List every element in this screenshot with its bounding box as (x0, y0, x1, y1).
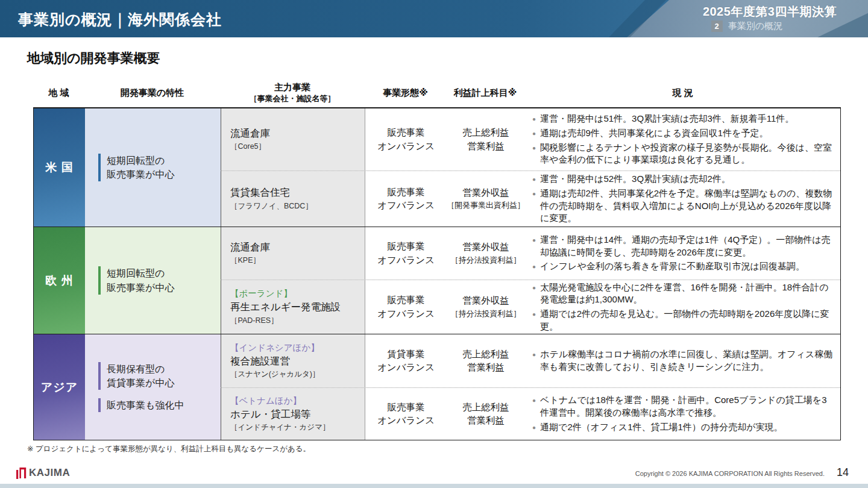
header-business: 主力事業 ［事業会社・施設名等］ (220, 82, 365, 104)
profit-cell: 営業外収益 ［持分法投資利益］ (447, 280, 525, 334)
trait-item: 短期回転型の 販売事業が中心 (98, 154, 221, 181)
status-bullet: ●運営・開発中は51件。3Q累計実績は売却3件、新規着手11件。 (532, 113, 834, 125)
business-subname: ［フラワノイ、BCDC］ (230, 201, 360, 211)
business-name: 複合施設運営 (230, 355, 360, 368)
trait-text: 販売事業も強化中 (107, 398, 184, 412)
status-cell: ●太陽光発電施設を中心に2件を運営、16件を開発・計画中。18件合計の発電総量は… (525, 280, 840, 334)
trait-text: 長期保有型の 賃貸事業が中心 (107, 362, 174, 390)
bullet-icon: ● (532, 116, 536, 125)
trait-cell-eu: 短期回転型の 販売事業が中心 (85, 227, 221, 334)
header-band: 事業別の概況｜海外関係会社 2025年度第3四半期決算 2 事業別の概況 (0, 0, 868, 37)
business-country-tag: 【ポーランド】 (230, 288, 360, 299)
logo-text: KAJIMA (29, 467, 70, 479)
header-status: 現 況 (524, 87, 841, 99)
business-subname: ［インドチャイナ・カジマ］ (230, 422, 360, 433)
bullet-icon: ● (532, 177, 536, 186)
status-bullet: ●ベトナムでは18件を運営・開発・計画中。Core5ブランドの貸工場を3件運営中… (532, 394, 834, 419)
business-name: 流通倉庫 (230, 127, 360, 140)
status-text: 通期は売却9件、共同事業化による資金回収1件を予定。 (540, 127, 768, 140)
header-form: 事業形態※ (365, 87, 446, 99)
business-form: 販売事業 オフバランス (365, 280, 447, 334)
region-business-table: 地 域 開発事業の特性 主力事業 ［事業会社・施設名等］ 事業形態※ 利益計上科… (33, 78, 841, 440)
profit-subitem: ［持分法投資利益］ (447, 308, 525, 320)
business-cell: 賃貸集合住宅 ［フラワノイ、BCDC］ (221, 171, 365, 227)
section-number-badge: 2 (711, 20, 723, 32)
copyright-text: Copyright © 2026 KAJIMA CORPORATION All … (635, 470, 825, 477)
status-text: ホテル稼働率はコロナ禍前の水準に回復し、業績は堅調。オフィス稼働率も着実に改善し… (540, 348, 834, 373)
table-row: 流通倉庫 ［Core5］ 販売事業 オンバランス 売上総利益 営業利益 ●運営・… (221, 108, 840, 170)
profit-cell: 売上総利益 営業利益 (447, 334, 525, 387)
business-form: 販売事業 オンバランス (365, 108, 447, 170)
region-label-us: 米 国 (34, 108, 85, 227)
bullet-icon: ● (532, 264, 536, 273)
status-bullet: ●通期は売却2件、共同事業化2件を予定。稼働率は堅調なものの、複数物件の売却時期… (532, 187, 834, 225)
trait-accent-bar (98, 154, 101, 181)
business-cell: 流通倉庫 ［KPE］ (221, 227, 365, 280)
profit-cell: 売上総利益 営業利益 (447, 388, 525, 440)
business-subname: ［Core5］ (230, 142, 360, 152)
profit-items: 売上総利益 営業利益 (447, 126, 525, 153)
business-name: 賃貸集合住宅 (230, 186, 360, 199)
trait-accent-bar (98, 266, 101, 294)
status-text: 太陽光発電施設を中心に2件を運営、16件を開発・計画中。18件合計の発電総量は約… (540, 281, 834, 306)
deck-title: 2025年度第3四半期決算 (703, 4, 837, 20)
profit-items: 営業外収益 (447, 186, 525, 199)
profit-items: 営業外収益 (447, 240, 525, 254)
status-cell: ●ベトナムでは18件を運営・開発・計画中。Core5ブランドの貸工場を3件運営中… (525, 388, 840, 440)
profit-cell: 売上総利益 営業利益 (447, 108, 525, 170)
status-bullet: ●ホテル稼働率はコロナ禍前の水準に回復し、業績は堅調。オフィス稼働率も着実に改善… (532, 348, 834, 373)
profit-subitem: ［持分法投資利益］ (447, 255, 525, 266)
region-group-us: 米 国 短期回転型の 販売事業が中心 流通倉庫 ［Core5］ 販売事業 オンバ… (34, 108, 840, 227)
status-bullet: ●インフレや金利の落ち着きを背景に不動産取引市況は回復基調。 (532, 260, 834, 273)
status-bullet: ●通期では2件の売却を見込む。一部物件の売却時期を2026年度以降に変更。 (532, 308, 834, 333)
status-text: 通期で2件（オフィス1件、貸工場1件）の持分売却が実現。 (540, 421, 783, 434)
table-row: 【ベトナムほか】 ホテル・貸工場等 ［インドチャイナ・カジマ］ 販売事業 オンバ… (221, 387, 840, 440)
status-cell: ●ホテル稼働率はコロナ禍前の水準に回復し、業績は堅調。オフィス稼働率も着実に改善… (525, 334, 840, 387)
trait-cell-us: 短期回転型の 販売事業が中心 (85, 108, 221, 227)
header-business-sub: ［事業会社・施設名等］ (220, 93, 365, 104)
bullet-icon: ● (532, 145, 536, 166)
table-row: 賃貸集合住宅 ［フラワノイ、BCDC］ 販売事業 オフバランス 営業外収益 ［開… (221, 170, 840, 227)
business-subname: ［KPE］ (230, 255, 360, 266)
status-text: インフレや金利の落ち着きを背景に不動産取引市況は回復基調。 (540, 260, 805, 273)
business-form: 賃貸事業 オンバランス (365, 334, 447, 387)
region-group-eu: 欧 州 短期回転型の 販売事業が中心 流通倉庫 ［KPE］ 販売事業 オフバラン… (34, 227, 840, 334)
kajima-logo: KAJIMA (16, 467, 70, 479)
profit-cell: 営業外収益 ［開発事業出資利益］ (447, 171, 525, 227)
status-text: 運営・開発中は51件。3Q累計実績は売却3件、新規着手11件。 (540, 113, 794, 125)
table-body: 米 国 短期回転型の 販売事業が中心 流通倉庫 ［Core5］ 販売事業 オンバ… (33, 107, 841, 440)
profit-items: 売上総利益 営業利益 (447, 348, 525, 375)
trait-text: 短期回転型の 販売事業が中心 (107, 266, 174, 294)
status-text: 運営・開発中は14件。通期の売却予定は1件（4Q予定）。一部物件は売却協議に時間… (540, 234, 834, 258)
slide-subtitle: 地域別の開発事業概要 (27, 49, 160, 67)
table-header-row: 地 域 開発事業の特性 主力事業 ［事業会社・施設名等］ 事業形態※ 利益計上科… (33, 78, 841, 107)
bullet-icon: ● (532, 285, 536, 306)
bullet-icon: ● (532, 311, 536, 333)
business-form: 販売事業 オフバランス (365, 171, 447, 227)
business-subname: ［スナヤン(ジャカルタ)］ (230, 369, 360, 380)
status-text: 通期は売却2件、共同事業化2件を予定。稼働率は堅調なものの、複数物件の売却時期を… (540, 187, 834, 225)
trait-cell-asia: 長期保有型の 賃貸事業が中心 販売事業も強化中 (85, 334, 221, 440)
trait-accent-bar (98, 398, 101, 412)
status-text: 通期では2件の売却を見込む。一部物件の売却時期を2026年度以降に変更。 (540, 308, 834, 333)
status-bullet: ●運営・開発中は52件。3Q累計実績は売却2件。 (532, 173, 834, 186)
business-cell: 【インドネシアほか】 複合施設運営 ［スナヤン(ジャカルタ)］ (221, 334, 365, 387)
section-indicator: 2 事業別の概況 (711, 20, 782, 32)
status-text: 運営・開発中は52件。3Q累計実績は売却2件。 (540, 173, 731, 186)
business-cell: 【ポーランド】 再生エネルギー発電施設 ［PAD-RES］ (221, 280, 365, 334)
trait-item: 長期保有型の 賃貸事業が中心 (98, 362, 221, 390)
status-cell: ●運営・開発中は14件。通期の売却予定は1件（4Q予定）。一部物件は売却協議に時… (525, 227, 840, 280)
bottom-edge-bar (0, 484, 868, 488)
table-row: 【インドネシアほか】 複合施設運営 ［スナヤン(ジャカルタ)］ 賃貸事業 オンバ… (221, 334, 840, 387)
bullet-icon: ● (532, 398, 536, 419)
footnote: ※ プロジェクトによって事業形態が異なり、利益計上科目も異なるケースがある。 (27, 444, 310, 454)
bullet-icon: ● (532, 191, 536, 225)
profit-cell: 営業外収益 ［持分法投資利益］ (447, 227, 525, 280)
status-bullet: ●関税影響によるテナントや投資家の様子見姿勢が長期化。今後は、空室率や金利の低下… (532, 142, 834, 166)
profit-subitem: ［開発事業出資利益］ (447, 200, 525, 211)
trait-accent-bar (98, 362, 101, 390)
table-row: 流通倉庫 ［KPE］ 販売事業 オフバランス 営業外収益 ［持分法投資利益］ ●… (221, 227, 840, 280)
status-bullet: ●太陽光発電施設を中心に2件を運営、16件を開発・計画中。18件合計の発電総量は… (532, 281, 834, 306)
business-form: 販売事業 オンバランス (365, 388, 447, 440)
status-text: 関税影響によるテナントや投資家の様子見姿勢が長期化。今後は、空室率や金利の低下に… (540, 142, 834, 166)
